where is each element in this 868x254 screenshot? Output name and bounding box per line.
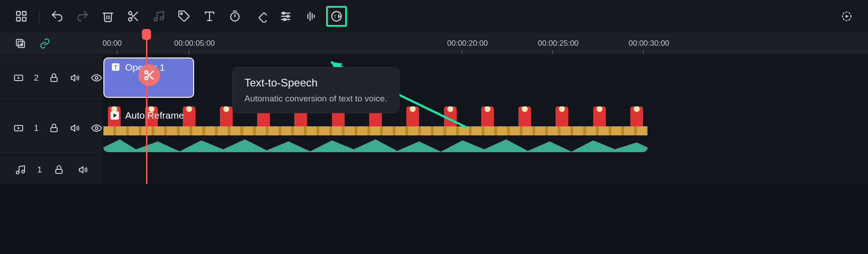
video-track-1: 1 Auto Reframe: [0, 101, 868, 155]
svg-marker-55: [79, 167, 83, 173]
svg-rect-17: [259, 13, 267, 23]
svg-point-49: [95, 127, 98, 129]
svg-line-59: [151, 77, 153, 79]
svg-text:T: T: [114, 64, 117, 71]
track-head: 2: [0, 55, 102, 101]
svg-point-53: [22, 170, 24, 173]
redo-icon[interactable]: [72, 6, 93, 27]
svg-marker-41: [71, 75, 75, 81]
svg-text:T: T: [334, 14, 337, 19]
svg-marker-33: [846, 15, 849, 18]
audio-track-1: 1: [0, 155, 868, 184]
track-head: 1: [0, 101, 102, 155]
apps-icon[interactable]: [11, 6, 32, 27]
sliders-icon[interactable]: [275, 6, 296, 27]
tooltip-title: Text-to-Speech: [244, 77, 387, 89]
lane-area[interactable]: T Opener 1: [102, 55, 868, 101]
tooltip-body: Automatic conversion of text to voice.: [244, 94, 387, 104]
svg-rect-2: [17, 17, 20, 21]
tts-tooltip: Text-to-Speech Automatic conversion of t…: [232, 67, 400, 113]
visibility-icon[interactable]: [90, 120, 102, 136]
svg-line-60: [147, 73, 149, 75]
mute-icon[interactable]: [76, 162, 91, 177]
lock-icon[interactable]: [48, 70, 60, 86]
svg-marker-46: [18, 127, 20, 129]
mute-icon[interactable]: [69, 120, 81, 136]
lane-area[interactable]: Auto Reframe: [102, 101, 868, 155]
svg-point-9: [154, 18, 157, 21]
playhead[interactable]: [146, 33, 147, 184]
clip-numbers-strip: [103, 126, 648, 135]
separator: [39, 10, 39, 23]
audio-settings-icon[interactable]: [301, 6, 322, 27]
svg-point-42: [95, 77, 98, 79]
svg-point-10: [161, 17, 164, 20]
ruler-head: [0, 33, 102, 54]
lane-area[interactable]: [102, 155, 868, 184]
lock-icon[interactable]: [48, 120, 60, 136]
svg-rect-3: [22, 17, 26, 21]
note-icon[interactable]: [148, 6, 169, 27]
visibility-icon[interactable]: [90, 70, 102, 86]
audio-track-icon: [13, 162, 28, 177]
svg-rect-47: [51, 128, 57, 132]
tts-icon[interactable]: T: [326, 6, 347, 27]
cut-badge-icon[interactable]: [138, 64, 160, 86]
add-media-icon[interactable]: [13, 36, 28, 51]
track-number: 1: [34, 123, 39, 133]
keyframe-icon[interactable]: [250, 6, 271, 27]
main-toolbar: T: [0, 0, 868, 33]
video-track-2: 2 T Opener 1: [0, 54, 868, 101]
track-number: 2: [34, 73, 39, 83]
svg-point-11: [180, 13, 182, 14]
tracks-panel: 00:00 00:00:05:00 00:00:20:00 00:00:25:0…: [0, 33, 868, 184]
tag-icon[interactable]: [174, 6, 195, 27]
scissors-icon[interactable]: [123, 6, 144, 27]
ruler-row: 00:00 00:00:05:00 00:00:20:00 00:00:25:0…: [0, 33, 868, 54]
svg-point-52: [16, 171, 19, 174]
ruler-label: 00:00:20:00: [447, 39, 488, 48]
video-track-icon: [13, 70, 25, 86]
ruler-label: 00:00:25:00: [538, 39, 579, 48]
svg-line-8: [131, 14, 133, 16]
mute-icon[interactable]: [69, 70, 81, 86]
svg-line-7: [135, 18, 137, 20]
ruler-label: 00:00: [102, 39, 122, 48]
ruler-area[interactable]: 00:00 00:00:05:00 00:00:20:00 00:00:25:0…: [102, 33, 868, 54]
undo-icon[interactable]: [47, 6, 68, 27]
svg-rect-1: [22, 12, 26, 15]
track-number: 1: [37, 165, 42, 175]
svg-rect-54: [56, 169, 62, 173]
time-ruler[interactable]: 00:00 00:00:05:00 00:00:20:00 00:00:25:0…: [102, 33, 868, 54]
clip-label: Auto Reframe: [125, 110, 184, 121]
svg-marker-48: [71, 125, 75, 131]
svg-rect-40: [51, 77, 57, 81]
timer-icon[interactable]: [224, 6, 245, 27]
ruler-label: 00:00:30:00: [629, 39, 669, 48]
text-icon[interactable]: [199, 6, 220, 27]
lock-icon[interactable]: [51, 162, 67, 177]
trash-icon[interactable]: [98, 6, 118, 27]
track-head: 1: [0, 155, 102, 184]
svg-rect-0: [17, 12, 20, 15]
svg-marker-39: [18, 77, 20, 79]
link-icon[interactable]: [37, 36, 53, 51]
ruler-label: 00:00:05:00: [174, 39, 215, 48]
render-queue-icon[interactable]: [836, 6, 857, 27]
clip-waveform: [103, 135, 648, 152]
video-track-icon: [13, 120, 25, 136]
